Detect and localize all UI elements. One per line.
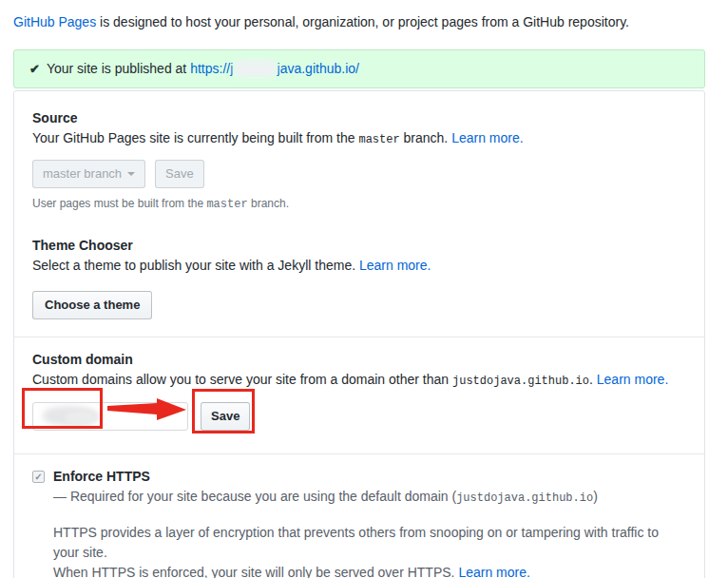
theme-chooser-title: Theme Chooser [32,236,685,256]
source-button-row: master branch Save [32,160,685,188]
custom-domain-save-button[interactable]: Save [201,402,250,431]
enforce-https-checkbox[interactable]: ✓ [32,471,45,483]
redaction-blur: ustdo [234,60,276,77]
master-branch-code: master [358,133,399,146]
branch-select-label: master branch [43,161,122,187]
source-desc-text-2: branch. [400,130,451,145]
published-site-link[interactable]: https://justdojava.github.io/ [190,61,359,76]
https-required-note: — Required for your site because you are… [32,487,685,509]
checkbox-check-icon: ✓ [34,467,42,487]
theme-desc-text: Select a theme to publish your site with… [32,258,359,273]
source-title: Source [32,108,685,128]
check-icon: ✔ [29,62,40,76]
settings-box: Source Your GitHub Pages site is current… [13,90,705,578]
intro-paragraph: GitHub Pages is designed to host your pe… [13,12,705,32]
chevron-down-icon [127,172,135,176]
github-pages-link[interactable]: GitHub Pages [13,14,96,29]
https-explanation-line1: HTTPS provides a layer of encryption tha… [53,525,659,560]
site-published-banner: ✔Your site is published at https://justd… [13,49,705,88]
published-url-suffix[interactable]: java.github.io/ [278,61,359,76]
source-note-text-2: branch. [248,197,289,210]
enforce-https-row: ✓ Enforce HTTPS [32,467,685,487]
https-explanation: HTTPS provides a layer of encryption tha… [32,523,664,578]
github-pages-settings-panel: GitHub Pages is designed to host your pe… [0,0,728,578]
source-desc-text-1: Your GitHub Pages site is currently bein… [32,130,358,145]
https-note-text-2: ) [593,489,598,504]
custom-domain-title: Custom domain [32,350,685,370]
redaction-blur [65,411,97,425]
intro-text: is designed to host your personal, organ… [96,14,629,29]
source-note-text-1: User pages must be built from the [32,197,206,210]
enforce-https-section: ✓ Enforce HTTPS — Required for your site… [14,453,704,578]
https-explanation-line2: When HTTPS is enforced, your site will o… [53,565,458,578]
theme-button-row: Choose a theme [32,291,685,319]
choose-theme-button[interactable]: Choose a theme [32,291,152,319]
custom-domain-desc-text-2: . [589,372,597,387]
enforce-https-label-text: Enforce HTTPS [53,469,150,484]
enforce-https-label: Enforce HTTPS [53,467,150,487]
theme-learn-more-link[interactable]: Learn more. [359,258,431,273]
source-save-button[interactable]: Save [155,160,204,188]
custom-domain-row: Save [32,402,685,431]
default-domain-code: justdojava.github.io [452,375,589,388]
custom-domain-input-wrap [32,402,188,431]
custom-domain-desc-text-1: Custom domains allow you to serve your s… [32,372,452,387]
default-domain-code-note: justdojava.github.io [456,491,593,505]
branch-select-button[interactable]: master branch [32,160,145,188]
source-description: Your GitHub Pages site is currently bein… [32,128,685,150]
source-section: Source Your GitHub Pages site is current… [14,91,704,337]
https-note-text-1: — Required for your site because you are… [53,489,456,504]
https-learn-more-link[interactable]: Learn more. [458,565,529,578]
source-note: User pages must be built from the master… [32,195,685,213]
theme-description: Select a theme to publish your site with… [32,256,685,276]
source-learn-more-link[interactable]: Learn more. [451,130,523,145]
banner-text: Your site is published at [47,61,190,76]
custom-domain-learn-more-link[interactable]: Learn more. [597,372,668,387]
master-branch-code-note: master [206,198,247,211]
custom-domain-section: Custom domain Custom domains allow you t… [14,337,704,453]
custom-domain-description: Custom domains allow you to serve your s… [32,370,685,392]
published-url-prefix[interactable]: https://j [190,61,233,76]
